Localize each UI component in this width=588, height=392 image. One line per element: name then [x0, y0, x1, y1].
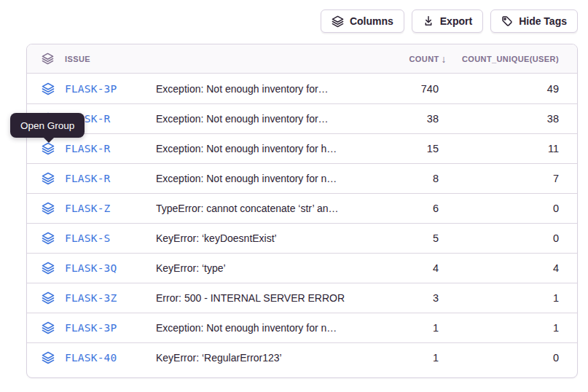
issue-count: 8 [433, 173, 447, 184]
table-row[interactable]: FLASK-S KeyError: ‘keyDoesntExist’ 5 0 [27, 223, 577, 253]
issue-title: Exception: Not enough inventory for n… [156, 173, 388, 184]
issue-title: KeyError: ‘keyDoesntExist’ [156, 232, 388, 244]
issue-stack-icon[interactable] [42, 321, 65, 334]
issue-id-link[interactable]: FLASK-R [65, 173, 156, 184]
issue-count: 15 [427, 143, 447, 154]
table-row[interactable]: FLASK-R Exception: Not enough inventory … [27, 133, 577, 163]
issue-stack-icon[interactable] [42, 172, 65, 185]
tag-icon [501, 15, 513, 27]
issue-count-unique-user: 7 [553, 173, 559, 184]
issue-stack-icon[interactable] [42, 142, 65, 155]
table-row[interactable]: FLASK-Z TypeError: cannot concatenate ‘s… [27, 193, 577, 223]
results-toolbar: Columns Export Hide Tags [321, 9, 578, 33]
issue-count: 38 [427, 113, 447, 125]
hide-tags-button[interactable]: Hide Tags [490, 9, 578, 33]
issue-id-link[interactable]: FLASK-R [65, 143, 156, 154]
issue-count-unique-user: 49 [547, 83, 559, 95]
tooltip-label: Open Group [20, 120, 74, 131]
issue-id-link[interactable]: FLASK-3Z [65, 292, 156, 304]
issue-title: TypeError: cannot concatenate ‘str’ an… [156, 203, 388, 214]
table-row[interactable]: FLASK-R Exception: Not enough inventory … [27, 163, 577, 193]
column-header-count[interactable]: COUNT↓ [409, 54, 447, 64]
download-icon [423, 15, 434, 27]
issue-stack-icon[interactable] [42, 232, 65, 245]
issue-stack-icon[interactable] [42, 202, 65, 215]
issue-title: Exception: Not enough inventory for n… [156, 322, 388, 334]
issue-count-unique-user: 4 [553, 262, 559, 274]
results-table-panel: ISSUE COUNT↓ COUNT_UNIQUE(USER) FLASK-3P… [26, 44, 578, 378]
table-row[interactable]: FLASK-3Q KeyError: ‘type’ 4 4 [27, 253, 577, 283]
issue-count: 6 [433, 203, 447, 214]
issue-count-unique-user: 1 [553, 322, 559, 334]
table-header-row: ISSUE COUNT↓ COUNT_UNIQUE(USER) [27, 44, 577, 74]
export-button-label: Export [440, 15, 472, 27]
issue-count-unique-user: 0 [553, 352, 559, 364]
issue-title: KeyError: ‘type’ [156, 262, 388, 274]
issue-id-link[interactable]: FLASK-3P [65, 322, 156, 334]
table-row[interactable]: FLASK-R Exception: Not enough inventory … [27, 103, 577, 133]
issue-count: 5 [433, 232, 447, 244]
issue-title: KeyError: ‘RegularError123’ [156, 352, 388, 364]
columns-button-label: Columns [350, 15, 393, 27]
issue-stack-icon[interactable] [42, 82, 65, 95]
issue-count: 740 [421, 83, 447, 95]
issue-count-unique-user: 38 [547, 113, 559, 125]
issue-stack-icon[interactable] [42, 291, 65, 305]
table-row[interactable]: FLASK-3P Exception: Not enough inventory… [27, 313, 577, 342]
issue-title: Exception: Not enough inventory for h… [156, 143, 388, 154]
issue-count: 1 [433, 352, 447, 364]
table-row[interactable]: FLASK-40 KeyError: ‘RegularError123’ 1 0 [27, 342, 577, 372]
tooltip-arrow [43, 137, 55, 143]
issue-title: Exception: Not enough inventory for… [156, 83, 388, 95]
table-body: FLASK-3P Exception: Not enough inventory… [27, 74, 577, 372]
issue-stack-icon[interactable] [42, 262, 65, 275]
issue-id-link[interactable]: FLASK-3P [65, 83, 156, 95]
issue-id-link[interactable]: FLASK-Z [65, 203, 156, 214]
columns-button[interactable]: Columns [321, 9, 404, 33]
issue-title: Error: 500 - INTERNAL SERVER ERROR [156, 292, 388, 304]
issue-count-unique-user: 11 [548, 143, 559, 154]
table-row[interactable]: FLASK-3Z Error: 500 - INTERNAL SERVER ER… [27, 283, 577, 313]
column-header-issue[interactable]: ISSUE [65, 55, 156, 63]
open-group-tooltip: Open Group [10, 113, 85, 138]
table-row[interactable]: FLASK-3P Exception: Not enough inventory… [27, 74, 577, 103]
issue-count-unique-user: 0 [553, 203, 559, 214]
issue-id-link[interactable]: FLASK-S [65, 232, 156, 244]
issue-count: 4 [433, 262, 447, 274]
issue-count-unique-user: 1 [553, 292, 559, 304]
discover-results-page: Columns Export Hide Tags [0, 0, 588, 392]
hide-tags-button-label: Hide Tags [519, 15, 567, 27]
issue-column-layers-icon [42, 52, 65, 65]
export-button[interactable]: Export [412, 9, 483, 33]
issue-count: 1 [433, 322, 447, 334]
issue-stack-icon[interactable] [42, 351, 65, 364]
issue-title: Exception: Not enough inventory for… [156, 113, 388, 125]
issue-count-unique-user: 0 [553, 232, 559, 244]
column-header-count-unique-user[interactable]: COUNT_UNIQUE(USER) [462, 55, 559, 63]
sort-descending-icon: ↓ [442, 54, 447, 64]
issue-id-link[interactable]: FLASK-3Q [65, 262, 156, 274]
issue-count: 3 [433, 292, 447, 304]
layers-icon [332, 15, 344, 28]
issue-id-link[interactable]: FLASK-40 [65, 352, 156, 364]
